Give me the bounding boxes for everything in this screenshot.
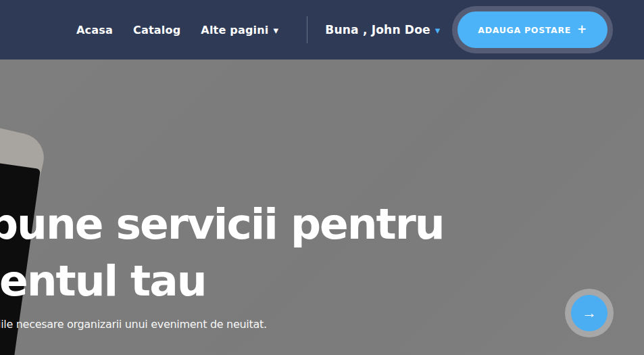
nav-right: Buna , John Doe ▾ ADAUGA POSTARE + bbox=[325, 11, 613, 48]
hero-title: bune servicii pentru entul tau bbox=[0, 196, 444, 310]
chevron-down-icon: ▾ bbox=[274, 26, 279, 36]
nav-link-acasa[interactable]: Acasa bbox=[76, 24, 113, 37]
chevron-down-icon: ▾ bbox=[435, 26, 441, 36]
add-post-button[interactable]: ADAUGA POSTARE + bbox=[457, 11, 608, 48]
user-menu-dropdown[interactable]: Buna , John Doe ▾ bbox=[325, 23, 440, 37]
page: Acasa Catalog Alte pagini ▾ Buna , John … bbox=[0, 0, 644, 355]
add-post-button-label: ADAUGA POSTARE bbox=[478, 25, 571, 35]
nav-link-alte-pagini[interactable]: Alte pagini ▾ bbox=[201, 24, 278, 37]
arrow-right-icon: → bbox=[582, 306, 597, 321]
main-nav: Acasa Catalog Alte pagini ▾ bbox=[76, 16, 307, 43]
user-greeting: Buna , John Doe bbox=[325, 23, 430, 37]
hero-title-line2: entul tau bbox=[0, 253, 444, 310]
hero-title-line1: bune servicii pentru bbox=[0, 196, 444, 253]
top-navbar: Acasa Catalog Alte pagini ▾ Buna , John … bbox=[0, 0, 644, 60]
next-arrow-button[interactable]: → bbox=[571, 295, 608, 331]
nav-divider bbox=[307, 16, 307, 43]
hero-subtitle: iile necesare organizarii unui eveniment… bbox=[0, 318, 267, 331]
nav-link-catalog[interactable]: Catalog bbox=[133, 24, 180, 37]
plus-icon: + bbox=[577, 24, 587, 35]
nav-link-alte-pagini-label: Alte pagini bbox=[201, 24, 268, 37]
hero-section: bune servicii pentru entul tau iile nece… bbox=[0, 60, 644, 355]
